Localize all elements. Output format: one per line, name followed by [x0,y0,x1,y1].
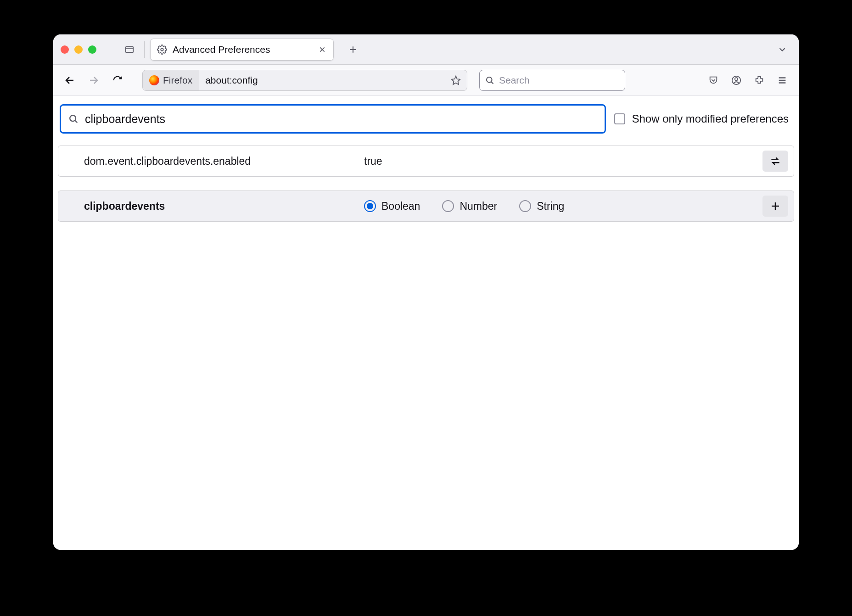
checkbox-icon[interactable] [614,113,625,124]
add-button[interactable] [762,196,788,217]
radio-string[interactable]: String [519,200,564,213]
search-icon [485,76,494,85]
minimize-window-icon[interactable] [74,45,83,54]
preference-value: true [364,155,456,168]
radio-boolean[interactable]: Boolean [364,200,420,213]
preference-name: dom.event.clipboardevents.enabled [84,155,364,168]
separator [144,41,145,58]
identity-label: Firefox [163,75,192,86]
close-tab-icon[interactable] [316,43,329,56]
reload-button[interactable] [107,70,128,90]
forward-button[interactable] [84,70,104,90]
preference-type-radios: Boolean Number String [364,200,564,213]
about-config-content: Show only modified preferences dom.event… [53,96,799,550]
svg-line-18 [75,120,77,123]
list-all-tabs-icon[interactable] [773,40,791,59]
radio-icon[interactable] [442,200,454,212]
radio-icon[interactable] [364,200,376,212]
toggle-button[interactable] [762,151,788,172]
navigation-toolbar: Firefox about:config [53,65,799,96]
radio-number[interactable]: Number [442,200,497,213]
titlebar: Advanced Preferences [53,34,799,65]
bookmark-star-icon[interactable] [447,71,465,90]
radio-label: String [537,200,564,213]
new-tab-button[interactable] [344,40,362,59]
radio-icon[interactable] [519,200,531,212]
svg-rect-0 [126,46,134,52]
preference-list: dom.event.clipboardevents.enabled true c… [58,146,794,222]
settings-icon [157,45,167,55]
new-preference-name: clipboardevents [84,200,364,213]
show-modified-checkbox[interactable]: Show only modified preferences [614,112,792,125]
svg-point-13 [735,78,738,80]
svg-marker-9 [452,76,460,84]
search-input[interactable] [499,75,619,86]
browser-window: Advanced Preferences Firefox [53,34,799,550]
identity-box[interactable]: Firefox [143,70,199,90]
firefox-icon [149,75,159,85]
preference-search-box[interactable] [60,104,606,134]
sidebar-toggle-icon[interactable] [120,40,139,59]
radio-label: Number [460,200,497,213]
url-bar[interactable]: Firefox about:config [142,70,467,91]
pocket-icon[interactable] [703,70,723,90]
preference-search-input[interactable] [85,112,597,126]
preference-row[interactable]: dom.event.clipboardevents.enabled true [58,146,794,177]
zoom-window-icon[interactable] [88,45,96,54]
window-controls [61,45,96,54]
search-icon [68,114,78,124]
close-window-icon[interactable] [61,45,69,54]
tab-title: Advanced Preferences [173,44,270,55]
svg-line-11 [491,81,493,84]
extensions-icon[interactable] [749,70,769,90]
url-text[interactable]: about:config [199,75,447,86]
tab-advanced-preferences[interactable]: Advanced Preferences [150,39,334,61]
back-button[interactable] [60,70,80,90]
search-bar[interactable] [479,70,625,91]
app-menu-icon[interactable] [772,70,792,90]
new-preference-row[interactable]: clipboardevents Boolean Number String [58,190,794,222]
account-icon[interactable] [726,70,746,90]
radio-label: Boolean [381,200,420,213]
svg-point-2 [161,48,163,51]
svg-point-17 [70,115,76,121]
show-modified-label: Show only modified preferences [632,112,789,125]
svg-point-10 [487,77,492,82]
